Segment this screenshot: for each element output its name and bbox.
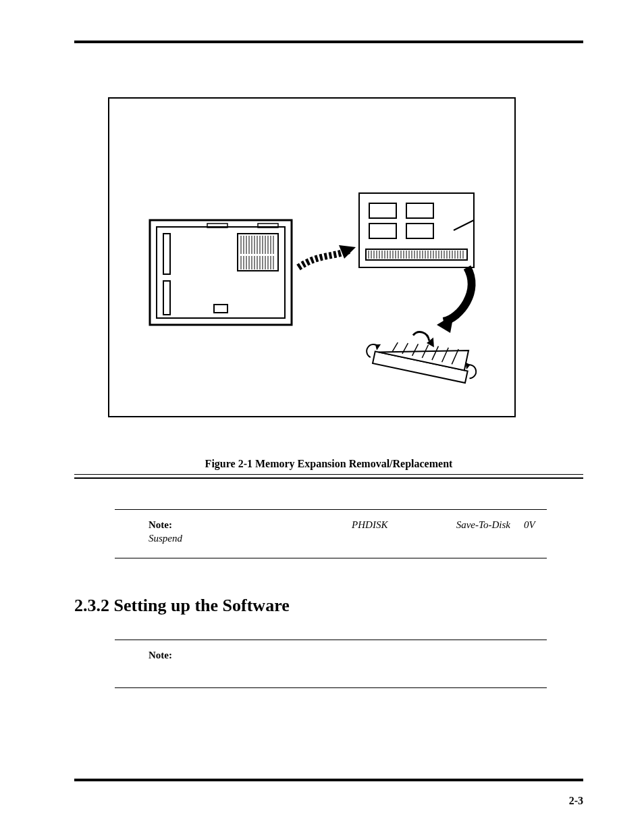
svg-rect-37	[406, 203, 433, 218]
svg-line-81	[392, 342, 398, 353]
note1-italic-phdisk: PHDISK	[352, 519, 387, 530]
svg-rect-38	[369, 224, 396, 238]
note1-bottom-rule	[115, 558, 547, 558]
svg-rect-31	[214, 305, 227, 313]
memory-diagram-icon	[123, 115, 501, 399]
bottom-rule	[74, 779, 583, 781]
figure-illustration	[108, 97, 516, 417]
svg-marker-34	[339, 245, 356, 259]
note2-text: For complete operating instructions of t…	[149, 650, 534, 674]
svg-rect-36	[369, 203, 396, 218]
section-heading: 2.3.2 Setting up the Software	[74, 596, 583, 616]
note1-italic-savetodisk: Save-To-Disk	[456, 519, 510, 530]
note2-label: Note:	[149, 650, 172, 660]
note-block-2: Note: For complete operating instruction…	[115, 640, 547, 689]
figure-caption: Figure 2-1 Memory Expansion Removal/Repl…	[74, 458, 583, 470]
top-rule	[74, 41, 583, 43]
note-block-1: Note: After installing new memory, you m…	[115, 509, 547, 558]
svg-line-77	[454, 220, 474, 230]
note1-label: Note:	[149, 519, 172, 530]
double-rule	[74, 474, 583, 479]
svg-rect-39	[406, 224, 433, 238]
note2-bottom-rule	[115, 687, 547, 688]
note1-text-pre: After installing new memory, you must ru…	[174, 519, 352, 530]
page-number: 2-3	[569, 795, 583, 807]
note1-text-post: features. Refer to Appendix B of the Tra…	[185, 533, 461, 544]
note1-text-mid: if you are using	[390, 519, 456, 530]
note1-text-gap: or	[513, 519, 524, 530]
svg-rect-30	[163, 281, 170, 315]
svg-rect-29	[163, 234, 170, 274]
